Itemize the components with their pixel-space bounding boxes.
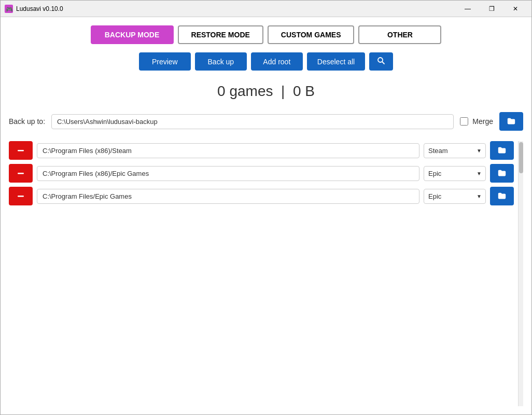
add-root-button[interactable]: Add root [251,52,303,71]
backup-button[interactable]: Back up [195,52,247,71]
games-count: 0 [217,83,226,99]
merge-label: Merge [472,117,493,126]
scrollbar[interactable] [518,141,523,406]
remove-root-button-0[interactable] [9,141,33,160]
mode-btn-backup[interactable]: BACKUP MODE [91,25,174,44]
size-display: 0 B [293,83,315,99]
search-icon [377,57,385,65]
root-type-select-1[interactable]: SteamEpicGOGOther [424,166,486,181]
root-type-select-2[interactable]: SteamEpicGOGOther [424,189,486,204]
root-path-input-2[interactable] [37,189,419,204]
backup-destination-folder-button[interactable] [499,112,523,131]
minus-icon [17,146,25,155]
mode-btn-other[interactable]: OTHER [358,25,441,44]
games-label: games [229,83,273,99]
root-folder-button-0[interactable] [490,141,514,160]
window-controls: — ❐ ✕ [456,1,527,17]
svg-rect-6 [18,196,24,197]
folder-icon [497,191,507,201]
stats-separator: | [277,83,293,99]
roots-area: SteamEpicGOGOtherSteamEpicGOGOtherSteamE… [9,141,523,406]
root-type-wrapper-0: SteamEpicGOGOther [424,143,486,158]
mode-btn-custom[interactable]: CUSTOM GAMES [268,25,355,44]
main-content: BACKUP MODERESTORE MODECUSTOM GAMESOTHER… [1,17,531,414]
svg-rect-4 [18,150,24,151]
deselect-all-button[interactable]: Deselect all [307,52,365,71]
main-window: 🎮 Ludusavi v0.10.0 — ❐ ✕ BACKUP MODEREST… [0,0,532,415]
folder-icon [497,169,507,178]
remove-root-button-1[interactable] [9,164,33,183]
folder-icon [497,146,507,155]
root-row: SteamEpicGOGOther [9,187,514,205]
backup-destination-row: Back up to: Merge [9,112,523,131]
root-type-wrapper-1: SteamEpicGOGOther [424,166,486,181]
roots-list: SteamEpicGOGOtherSteamEpicGOGOtherSteamE… [9,141,518,406]
root-type-select-0[interactable]: SteamEpicGOGOther [424,143,486,158]
svg-line-3 [382,62,384,64]
root-path-input-1[interactable] [37,166,419,181]
stats-display: 0 games | 0 B [9,83,523,100]
close-button[interactable]: ✕ [503,1,527,17]
root-row: SteamEpicGOGOther [9,164,514,183]
merge-container: Merge [460,117,493,126]
mode-btn-restore[interactable]: RESTORE MODE [178,25,263,44]
merge-checkbox[interactable] [460,117,468,126]
action-buttons-bar: Preview Back up Add root Deselect all [9,52,523,71]
minus-icon [17,192,25,200]
root-folder-button-2[interactable] [490,187,514,205]
root-row: SteamEpicGOGOther [9,141,514,160]
folder-icon [507,117,516,126]
backup-destination-input[interactable] [51,114,454,129]
restore-button[interactable]: ❐ [480,1,503,17]
svg-rect-5 [18,173,24,174]
root-type-wrapper-2: SteamEpicGOGOther [424,189,486,204]
title-bar: 🎮 Ludusavi v0.10.0 — ❐ ✕ [1,1,531,17]
preview-button[interactable]: Preview [139,52,191,71]
search-button[interactable] [369,52,393,71]
minimize-button[interactable]: — [456,1,480,17]
minus-icon [17,169,25,177]
root-path-input-0[interactable] [37,143,419,158]
backup-destination-label: Back up to: [9,117,45,126]
scrollbar-thumb [519,142,523,173]
svg-text:🎮: 🎮 [6,6,13,13]
root-folder-button-1[interactable] [490,164,514,183]
mode-buttons-bar: BACKUP MODERESTORE MODECUSTOM GAMESOTHER [9,25,523,44]
app-icon: 🎮 [5,5,13,13]
remove-root-button-2[interactable] [9,187,33,205]
window-title: Ludusavi v0.10.0 [16,5,456,12]
